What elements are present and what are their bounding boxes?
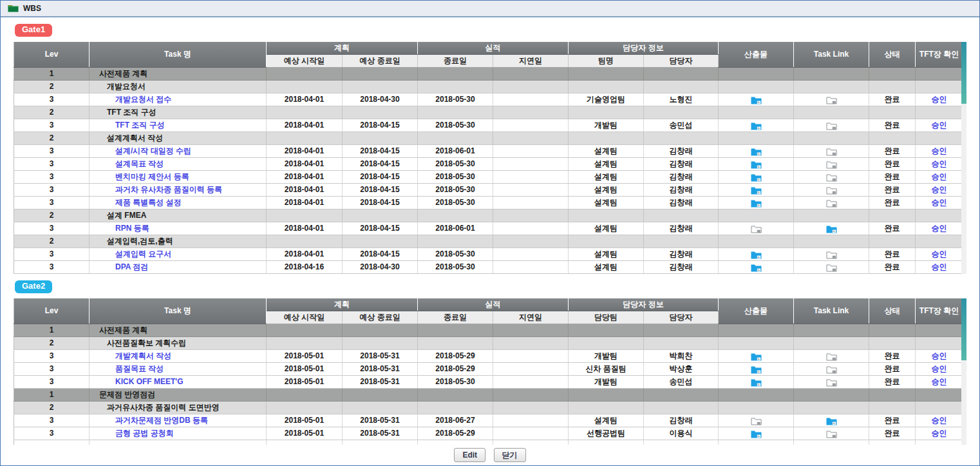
output-folder-icon[interactable] xyxy=(751,430,762,438)
tft-confirm-cell: 승인 xyxy=(916,222,962,235)
task-name-link[interactable]: 개발요청서 접수 xyxy=(91,93,171,106)
task-name-link[interactable]: 설계입력 요구서 xyxy=(91,248,171,260)
owner-cell: 노형진 xyxy=(644,93,719,106)
task-link-folder-icon[interactable] xyxy=(826,365,837,374)
output-folder-icon[interactable] xyxy=(751,199,762,208)
task-group-label: 문제점 반영점검 xyxy=(91,389,155,401)
output-folder-icon[interactable] xyxy=(751,148,762,156)
task-name-link[interactable]: 과거차문제점 반영DB 등록 xyxy=(91,414,208,427)
output-folder-icon[interactable] xyxy=(751,264,762,272)
task-name-link[interactable]: 제품 특별특성 설정 xyxy=(91,197,182,209)
task-name-link[interactable]: RPN 등록 xyxy=(91,222,149,235)
team-cell: 설계팀 xyxy=(569,197,644,209)
plan-start-cell: 2018-04-01 xyxy=(267,145,343,158)
task-link-folder-icon[interactable] xyxy=(826,173,837,182)
empty-cell xyxy=(644,132,719,145)
task-name-link[interactable]: 과거차 유사차종 품질이력 등록 xyxy=(91,184,222,196)
approve-link[interactable]: 승인 xyxy=(932,198,947,207)
task-link-folder-icon[interactable] xyxy=(826,160,837,169)
scrollbar-thumb[interactable] xyxy=(961,298,966,360)
approve-link[interactable]: 승인 xyxy=(932,351,947,360)
task-link-folder-icon[interactable] xyxy=(826,186,837,195)
approve-link[interactable]: 승인 xyxy=(932,159,947,168)
lev-cell: 1 xyxy=(14,68,90,81)
delay-cell xyxy=(493,350,569,363)
team-cell: 설계팀 xyxy=(569,248,644,261)
empty-cell xyxy=(916,324,962,337)
lev-cell: 2 xyxy=(14,81,90,93)
task-link-folder-icon[interactable] xyxy=(826,225,837,233)
approve-link[interactable]: 승인 xyxy=(932,95,947,104)
task-name-link[interactable]: 설계/시작 대일정 수립 xyxy=(91,145,191,157)
close-button[interactable]: 닫기 xyxy=(494,448,526,462)
team-cell: 설계팀 xyxy=(569,261,644,274)
task-name-link[interactable]: 설계목표 작성 xyxy=(91,158,164,170)
empty-cell xyxy=(493,337,569,350)
task-name-link[interactable]: 품질목표 작성 xyxy=(91,363,164,375)
task-link-folder-icon[interactable] xyxy=(826,430,837,438)
approve-link[interactable]: 승인 xyxy=(932,172,947,181)
task-name-link[interactable]: 개발계획서 작성 xyxy=(91,350,171,362)
output-folder-icon[interactable] xyxy=(751,225,762,233)
output-folder-icon[interactable] xyxy=(751,160,762,169)
empty-cell xyxy=(343,337,418,350)
task-link-folder-icon[interactable] xyxy=(826,264,837,272)
output-folder-icon[interactable] xyxy=(751,417,762,425)
task-link-folder-icon[interactable] xyxy=(826,199,837,208)
task-name-link[interactable]: 금형 공법 공청회 xyxy=(91,427,174,440)
empty-cell xyxy=(916,209,962,222)
task-name-link[interactable]: KICK OFF MEET'G xyxy=(91,376,184,388)
edit-button[interactable]: Edit xyxy=(454,448,485,462)
output-folder-icon[interactable] xyxy=(751,365,762,374)
approve-link[interactable]: 승인 xyxy=(932,416,947,425)
output-folder-icon[interactable] xyxy=(751,173,762,182)
empty-cell xyxy=(869,106,916,119)
output-folder-icon[interactable] xyxy=(751,122,762,130)
empty-cell xyxy=(418,324,493,337)
task-link-folder-icon[interactable] xyxy=(826,122,837,130)
approve-link[interactable]: 승인 xyxy=(932,377,947,386)
output-folder-icon[interactable] xyxy=(751,378,762,387)
task-name-link[interactable]: DPA 점검 xyxy=(91,261,148,273)
task-link-folder-icon[interactable] xyxy=(826,353,837,361)
approve-link[interactable]: 승인 xyxy=(932,262,947,271)
approve-link[interactable]: 승인 xyxy=(932,224,947,233)
clipped-row xyxy=(14,440,962,445)
empty-cell xyxy=(719,337,794,350)
empty-cell xyxy=(343,389,418,402)
status-cell: 완료 xyxy=(869,171,916,184)
output-folder-icon[interactable] xyxy=(751,353,762,361)
task-name-link[interactable]: TFT 조직 구성 xyxy=(91,119,165,131)
task-name-link[interactable]: 벤치마킹 제안서 등록 xyxy=(91,171,189,183)
approve-link[interactable]: 승인 xyxy=(932,429,947,438)
task-group-label: 설계입력,검토,출력 xyxy=(91,235,173,248)
approve-link[interactable]: 승인 xyxy=(932,185,947,194)
empty-cell xyxy=(644,81,719,93)
task-link-folder-icon[interactable] xyxy=(826,251,837,259)
output-folder-icon[interactable] xyxy=(751,251,762,259)
scrollbar-thumb[interactable] xyxy=(961,42,966,104)
output-folder-icon[interactable] xyxy=(751,186,762,195)
approve-link[interactable]: 승인 xyxy=(932,249,947,258)
task-link-cell xyxy=(794,197,869,209)
table-scrollbar[interactable] xyxy=(961,42,966,274)
column-header: 예상 종료일 xyxy=(343,55,418,68)
plan-start-cell: 2018-04-01 xyxy=(267,222,343,235)
empty-cell xyxy=(343,209,418,222)
output-folder-icon[interactable] xyxy=(751,96,762,104)
team-cell: 개발팀 xyxy=(569,376,644,389)
table-row: 3과거차문제점 반영DB 등록2018-05-012018-05-312018-… xyxy=(14,414,962,427)
table-scrollbar[interactable] xyxy=(961,298,966,445)
approve-link[interactable]: 승인 xyxy=(932,121,947,130)
task-link-cell xyxy=(794,350,869,363)
task-link-folder-icon[interactable] xyxy=(826,96,837,104)
task-link-folder-icon[interactable] xyxy=(826,148,837,156)
task-link-folder-icon[interactable] xyxy=(826,378,837,387)
plan-end-cell: 2018-05-31 xyxy=(343,376,418,389)
empty-cell xyxy=(644,389,719,402)
task-link-folder-icon[interactable] xyxy=(826,417,837,425)
empty-cell xyxy=(267,68,343,81)
approve-link[interactable]: 승인 xyxy=(932,364,947,373)
output-cell xyxy=(719,184,794,197)
approve-link[interactable]: 승인 xyxy=(932,146,947,155)
